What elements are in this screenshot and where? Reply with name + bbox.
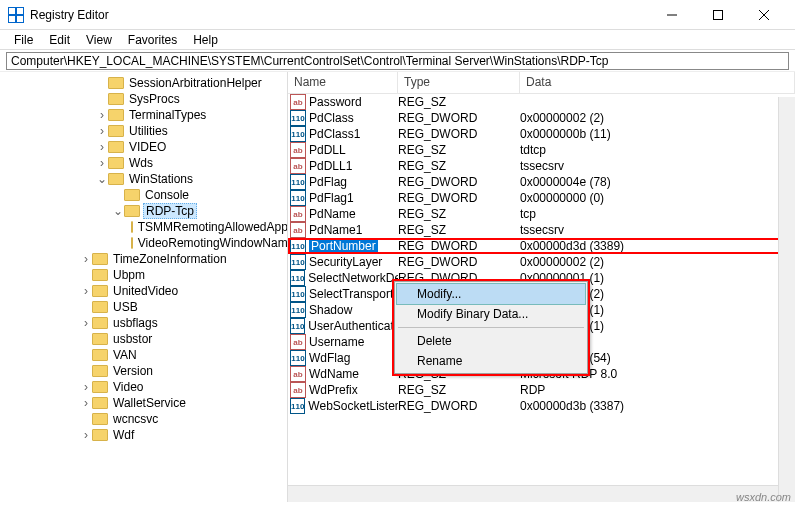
value-row[interactable]: 110PdFlagREG_DWORD0x0000004e (78) bbox=[288, 174, 795, 190]
dword-value-icon: 110 bbox=[290, 174, 306, 190]
expand-arrow bbox=[112, 190, 124, 201]
tree-label: Console bbox=[143, 188, 191, 202]
horizontal-scrollbar[interactable] bbox=[288, 485, 778, 502]
value-row[interactable]: abPdDLLREG_SZtdtcp bbox=[288, 142, 795, 158]
tree-item[interactable]: usbflags bbox=[0, 315, 287, 331]
folder-icon bbox=[92, 269, 108, 281]
expand-arrow[interactable] bbox=[80, 380, 92, 394]
tree-label: usbstor bbox=[111, 332, 154, 346]
value-data: 0x00000d3b (3387) bbox=[520, 399, 795, 413]
value-data: 0x0000000b (11) bbox=[520, 127, 795, 141]
value-row[interactable]: abPasswordREG_SZ bbox=[288, 94, 795, 110]
value-type: REG_SZ bbox=[398, 207, 520, 221]
tree-item[interactable]: TimeZoneInformation bbox=[0, 251, 287, 267]
expand-arrow[interactable] bbox=[96, 172, 108, 186]
tree-item[interactable]: WalletService bbox=[0, 395, 287, 411]
folder-icon bbox=[92, 301, 108, 313]
value-row[interactable]: abPdNameREG_SZtcp bbox=[288, 206, 795, 222]
tree-item[interactable]: usbstor bbox=[0, 331, 287, 347]
tree-item[interactable]: UnitedVideo bbox=[0, 283, 287, 299]
window-titlebar: Registry Editor bbox=[0, 0, 795, 30]
col-name[interactable]: Name bbox=[288, 72, 398, 93]
folder-icon bbox=[92, 333, 108, 345]
expand-arrow[interactable] bbox=[96, 156, 108, 170]
folder-icon bbox=[92, 253, 108, 265]
watermark: wsxdn.com bbox=[736, 491, 791, 503]
value-name: Username bbox=[309, 335, 364, 349]
col-data[interactable]: Data bbox=[520, 72, 795, 93]
tree-label: SessionArbitrationHelper bbox=[127, 76, 264, 90]
tree-label: RDP-Tcp bbox=[143, 203, 197, 219]
tree-item[interactable]: Version bbox=[0, 363, 287, 379]
folder-icon bbox=[124, 189, 140, 201]
tree-item[interactable]: wcncsvc bbox=[0, 411, 287, 427]
ctx-modify-binary[interactable]: Modify Binary Data... bbox=[397, 304, 585, 324]
expand-arrow[interactable] bbox=[80, 316, 92, 330]
dword-value-icon: 110 bbox=[290, 398, 305, 414]
menu-bar: File Edit View Favorites Help bbox=[0, 30, 795, 50]
tree-item[interactable]: USB bbox=[0, 299, 287, 315]
folder-icon bbox=[108, 125, 124, 137]
value-row[interactable]: 110PdFlag1REG_DWORD0x00000000 (0) bbox=[288, 190, 795, 206]
menu-help[interactable]: Help bbox=[185, 33, 226, 47]
address-bar bbox=[0, 50, 795, 72]
value-row[interactable]: 110PdClass1REG_DWORD0x0000000b (11) bbox=[288, 126, 795, 142]
expand-arrow[interactable] bbox=[80, 428, 92, 442]
tree-item[interactable]: WinStations bbox=[0, 171, 287, 187]
value-data: 0x00000002 (2) bbox=[520, 111, 795, 125]
maximize-button[interactable] bbox=[695, 0, 741, 30]
tree-item[interactable]: Video bbox=[0, 379, 287, 395]
value-row[interactable]: 110PortNumberREG_DWORD0x00000d3d (3389) bbox=[288, 238, 795, 254]
expand-arrow[interactable] bbox=[96, 140, 108, 154]
expand-arrow[interactable] bbox=[80, 284, 92, 298]
dword-value-icon: 110 bbox=[290, 318, 305, 334]
folder-icon bbox=[108, 141, 124, 153]
value-row[interactable]: 110SecurityLayerREG_DWORD0x00000002 (2) bbox=[288, 254, 795, 270]
key-tree[interactable]: SessionArbitrationHelper SysProcsTermina… bbox=[0, 72, 288, 502]
value-row[interactable]: 110PdClassREG_DWORD0x00000002 (2) bbox=[288, 110, 795, 126]
expand-arrow[interactable] bbox=[80, 252, 92, 266]
menu-favorites[interactable]: Favorites bbox=[120, 33, 185, 47]
col-type[interactable]: Type bbox=[398, 72, 520, 93]
dword-value-icon: 110 bbox=[290, 350, 306, 366]
minimize-button[interactable] bbox=[649, 0, 695, 30]
folder-icon bbox=[92, 317, 108, 329]
value-row[interactable]: abPdName1REG_SZtssecsrv bbox=[288, 222, 795, 238]
expand-arrow[interactable] bbox=[80, 396, 92, 410]
value-row[interactable]: 110WebSocketListenPortREG_DWORD0x00000d3… bbox=[288, 398, 795, 414]
folder-icon bbox=[92, 397, 108, 409]
value-row[interactable]: abWdPrefixREG_SZRDP bbox=[288, 382, 795, 398]
menu-file[interactable]: File bbox=[6, 33, 41, 47]
tree-item[interactable]: Console bbox=[0, 187, 287, 203]
tree-item[interactable]: SessionArbitrationHelper bbox=[0, 75, 287, 91]
tree-item[interactable]: VideoRemotingWindowNames bbox=[0, 235, 287, 251]
value-name: WdPrefix bbox=[309, 383, 358, 397]
value-row[interactable]: abPdDLL1REG_SZtssecsrv bbox=[288, 158, 795, 174]
address-input[interactable] bbox=[6, 52, 789, 70]
folder-icon bbox=[108, 157, 124, 169]
tree-item[interactable]: VIDEO bbox=[0, 139, 287, 155]
tree-item[interactable]: Wdf bbox=[0, 427, 287, 443]
tree-item[interactable]: RDP-Tcp bbox=[0, 203, 287, 219]
vertical-scrollbar[interactable] bbox=[778, 97, 795, 502]
tree-item[interactable]: SysProcs bbox=[0, 91, 287, 107]
tree-item[interactable]: VAN bbox=[0, 347, 287, 363]
menu-view[interactable]: View bbox=[78, 33, 120, 47]
ctx-delete[interactable]: Delete bbox=[397, 331, 585, 351]
close-button[interactable] bbox=[741, 0, 787, 30]
expand-arrow[interactable] bbox=[96, 124, 108, 138]
tree-item[interactable]: Ubpm bbox=[0, 267, 287, 283]
value-name: WdFlag bbox=[309, 351, 350, 365]
ctx-rename[interactable]: Rename bbox=[397, 351, 585, 371]
expand-arrow[interactable] bbox=[112, 204, 124, 218]
tree-item[interactable]: TSMMRemotingAllowedApps bbox=[0, 219, 287, 235]
tree-item[interactable]: Wds bbox=[0, 155, 287, 171]
ctx-modify[interactable]: Modify... bbox=[397, 284, 585, 304]
menu-edit[interactable]: Edit bbox=[41, 33, 78, 47]
tree-item[interactable]: TerminalTypes bbox=[0, 107, 287, 123]
expand-arrow[interactable] bbox=[96, 108, 108, 122]
tree-item[interactable]: Utilities bbox=[0, 123, 287, 139]
dword-value-icon: 110 bbox=[290, 286, 306, 302]
string-value-icon: ab bbox=[290, 158, 306, 174]
folder-icon bbox=[108, 109, 124, 121]
